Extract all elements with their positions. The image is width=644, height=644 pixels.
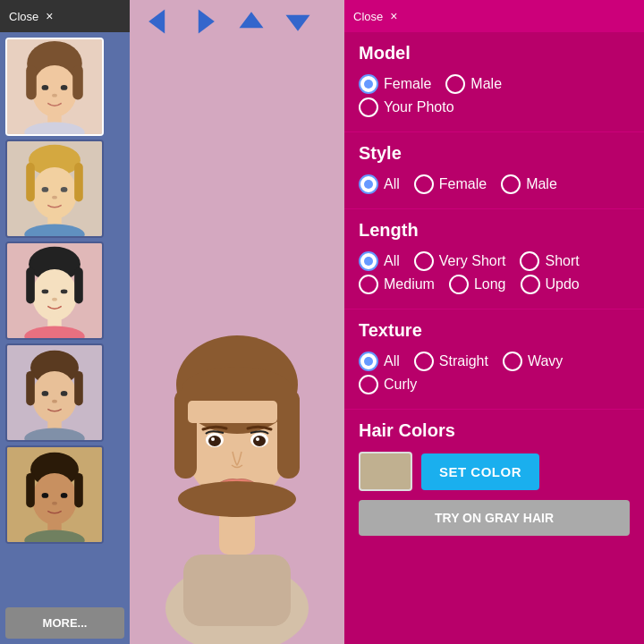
close-right-label: Close (353, 10, 383, 23)
color-row: SET COLOR (359, 452, 630, 491)
right-panel: Close × Model Female Male Your Photo Sty… (344, 0, 644, 644)
svg-rect-64 (188, 401, 277, 423)
svg-rect-34 (74, 371, 83, 406)
length-short-radio[interactable] (520, 251, 539, 271)
close-left-x[interactable]: × (46, 9, 53, 23)
length-all-radio[interactable] (359, 251, 378, 271)
close-right-x[interactable]: × (390, 9, 397, 23)
nav-right-button[interactable] (185, 2, 225, 44)
length-long-option[interactable]: Long (449, 275, 506, 294)
length-vshort-option[interactable]: Very Short (414, 251, 506, 271)
texture-row2: Curly (359, 375, 630, 394)
svg-rect-33 (26, 371, 35, 406)
model-yourphoto-label: Your Photo (384, 99, 454, 115)
svg-point-2 (32, 65, 77, 117)
model-yourphoto-option[interactable]: Your Photo (359, 97, 454, 117)
model-female-radio[interactable] (359, 74, 378, 94)
color-swatch[interactable] (359, 452, 412, 491)
texture-wavy-option[interactable]: Wavy (503, 352, 563, 371)
model-section: Model Female Male Your Photo (344, 32, 644, 132)
more-button[interactable]: MORE... (5, 607, 124, 639)
style-title: Style (359, 143, 630, 164)
svg-point-22 (32, 269, 77, 321)
style-female-radio[interactable] (414, 174, 434, 194)
svg-rect-43 (26, 473, 35, 508)
svg-point-45 (42, 493, 49, 498)
texture-row1: All Straight Wavy (359, 352, 630, 371)
hair-colors-section: Hair Colors SET COLOR TRY ON GRAY HAIR (344, 410, 644, 547)
texture-curly-option[interactable]: Curly (359, 375, 417, 394)
try-gray-button[interactable]: TRY ON GRAY HAIR (359, 500, 630, 536)
svg-marker-53 (286, 14, 310, 30)
length-all-option[interactable]: All (359, 251, 400, 271)
close-bar-left[interactable]: Close × (0, 0, 130, 32)
texture-straight-label: Straight (439, 353, 488, 369)
model-male-option[interactable]: Male (445, 74, 502, 94)
length-all-label: All (384, 253, 400, 269)
style-all-option[interactable]: All (359, 174, 400, 194)
svg-point-12 (32, 167, 77, 219)
style-male-radio[interactable] (501, 174, 521, 194)
set-color-button[interactable]: SET COLOR (421, 453, 539, 490)
model-female-option[interactable]: Female (359, 74, 431, 94)
svg-point-36 (61, 391, 68, 396)
svg-point-5 (42, 85, 49, 90)
svg-point-26 (61, 290, 68, 294)
length-medium-radio[interactable] (359, 275, 378, 294)
style-male-option[interactable]: Male (501, 174, 557, 194)
texture-all-radio[interactable] (359, 352, 378, 371)
svg-point-35 (42, 391, 49, 396)
length-updo-option[interactable]: Updo (521, 275, 580, 294)
svg-point-69 (211, 437, 215, 441)
thumbnail-list (0, 32, 130, 602)
thumbnail-5[interactable] (5, 445, 104, 544)
style-all-radio[interactable] (359, 174, 378, 194)
thumbnail-2[interactable] (5, 140, 104, 238)
length-long-radio[interactable] (449, 275, 469, 294)
length-section: Length All Very Short Short Medium Lo (344, 209, 644, 309)
length-medium-option[interactable]: Medium (359, 275, 435, 294)
texture-all-option[interactable]: All (359, 352, 400, 371)
thumbnail-4[interactable] (5, 343, 104, 442)
left-panel: Close × (0, 0, 130, 644)
thumbnail-1[interactable] (5, 38, 104, 136)
svg-point-42 (32, 473, 77, 525)
length-medium-label: Medium (384, 276, 435, 292)
length-updo-radio[interactable] (521, 275, 540, 294)
svg-point-6 (61, 85, 68, 90)
model-title: Model (359, 43, 630, 64)
svg-rect-24 (74, 267, 83, 303)
hair-colors-title: Hair Colors (359, 420, 630, 441)
svg-point-71 (178, 481, 296, 517)
nav-up-button[interactable] (232, 2, 271, 44)
model-yourphoto-radio[interactable] (359, 97, 378, 117)
length-long-label: Long (474, 276, 506, 292)
length-row1: All Very Short Short (359, 251, 630, 271)
style-all-label: All (384, 176, 400, 192)
svg-rect-23 (26, 267, 35, 303)
length-short-option[interactable]: Short (520, 251, 579, 271)
svg-marker-50 (148, 9, 165, 33)
texture-straight-radio[interactable] (414, 352, 434, 371)
style-row1: All Female Male (359, 174, 630, 194)
texture-wavy-label: Wavy (528, 353, 563, 369)
length-title: Length (359, 220, 630, 241)
nav-left-button[interactable] (139, 2, 178, 44)
svg-marker-52 (240, 12, 264, 28)
model-row1: Female Male (359, 74, 630, 94)
texture-straight-option[interactable]: Straight (414, 352, 488, 371)
texture-wavy-radio[interactable] (503, 352, 522, 371)
length-vshort-radio[interactable] (414, 251, 434, 271)
length-updo-label: Updo (546, 276, 580, 292)
close-bar-right[interactable]: Close × (344, 0, 644, 32)
model-male-radio[interactable] (445, 74, 465, 94)
model-male-label: Male (470, 76, 502, 92)
thumbnail-3[interactable] (5, 242, 104, 340)
style-female-label: Female (439, 176, 487, 192)
nav-down-button[interactable] (278, 2, 318, 44)
texture-curly-radio[interactable] (359, 375, 378, 394)
svg-point-7 (52, 94, 57, 97)
style-female-option[interactable]: Female (414, 174, 487, 194)
svg-rect-4 (72, 65, 83, 100)
svg-rect-3 (26, 65, 37, 100)
